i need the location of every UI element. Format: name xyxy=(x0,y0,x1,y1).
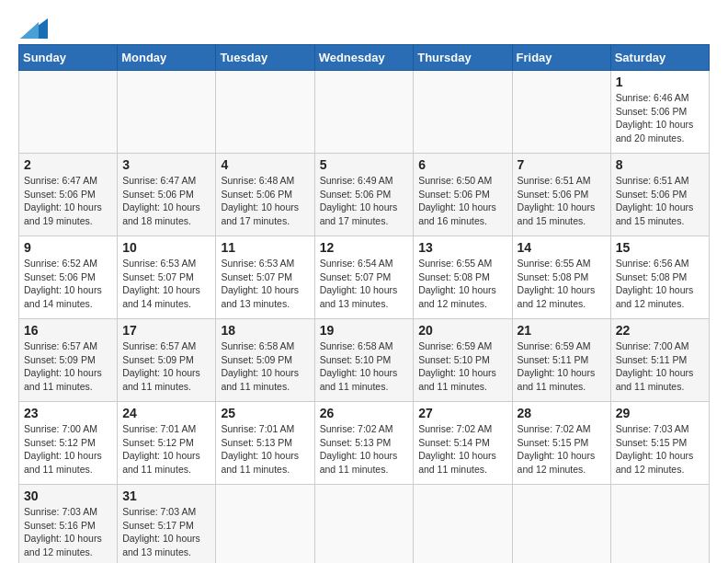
calendar-day-cell: 4Sunrise: 6:48 AM Sunset: 5:06 PM Daylig… xyxy=(216,154,314,236)
calendar-day-cell xyxy=(216,71,314,154)
day-number: 25 xyxy=(221,406,309,420)
day-info: Sunrise: 6:51 AM Sunset: 5:06 PM Dayligh… xyxy=(518,174,606,228)
day-info: Sunrise: 6:57 AM Sunset: 5:09 PM Dayligh… xyxy=(122,339,210,394)
day-number: 5 xyxy=(320,157,409,172)
calendar-day-cell: 12Sunrise: 6:54 AM Sunset: 5:07 PM Dayli… xyxy=(314,236,414,319)
calendar-day-cell: 15Sunrise: 6:56 AM Sunset: 5:08 PM Dayli… xyxy=(610,236,709,319)
day-info: Sunrise: 6:47 AM Sunset: 5:06 PM Dayligh… xyxy=(122,174,210,228)
calendar-day-cell: 25Sunrise: 7:01 AM Sunset: 5:13 PM Dayli… xyxy=(216,402,314,485)
day-number: 27 xyxy=(418,406,506,420)
calendar-day-cell: 18Sunrise: 6:58 AM Sunset: 5:09 PM Dayli… xyxy=(216,319,314,402)
day-info: Sunrise: 7:02 AM Sunset: 5:14 PM Dayligh… xyxy=(418,422,506,477)
day-of-week-header: Monday xyxy=(118,45,216,71)
calendar-table: SundayMondayTuesdayWednesdayThursdayFrid… xyxy=(18,44,710,563)
calendar-day-cell: 30Sunrise: 7:03 AM Sunset: 5:16 PM Dayli… xyxy=(19,485,118,564)
calendar-day-cell xyxy=(512,485,610,564)
calendar-day-cell: 5Sunrise: 6:49 AM Sunset: 5:06 PM Daylig… xyxy=(314,154,414,236)
day-info: Sunrise: 6:52 AM Sunset: 5:06 PM Dayligh… xyxy=(24,257,112,311)
day-number: 24 xyxy=(122,406,210,420)
day-number: 9 xyxy=(24,240,112,255)
calendar-day-cell: 23Sunrise: 7:00 AM Sunset: 5:12 PM Dayli… xyxy=(19,402,118,485)
calendar-day-cell: 2Sunrise: 6:47 AM Sunset: 5:06 PM Daylig… xyxy=(19,154,118,236)
calendar-week-row: 9Sunrise: 6:52 AM Sunset: 5:06 PM Daylig… xyxy=(19,236,710,319)
day-info: Sunrise: 6:51 AM Sunset: 5:06 PM Dayligh… xyxy=(616,174,704,228)
day-number: 12 xyxy=(320,240,409,255)
calendar-day-cell: 8Sunrise: 6:51 AM Sunset: 5:06 PM Daylig… xyxy=(610,154,709,236)
calendar-day-cell: 28Sunrise: 7:02 AM Sunset: 5:15 PM Dayli… xyxy=(512,402,610,485)
day-number: 14 xyxy=(518,240,606,255)
calendar-day-cell: 26Sunrise: 7:02 AM Sunset: 5:13 PM Dayli… xyxy=(314,402,414,485)
calendar-day-cell xyxy=(314,71,414,154)
calendar-day-cell: 22Sunrise: 7:00 AM Sunset: 5:11 PM Dayli… xyxy=(610,319,709,402)
day-number: 8 xyxy=(616,157,704,172)
day-number: 31 xyxy=(122,488,210,503)
calendar-day-cell: 7Sunrise: 6:51 AM Sunset: 5:06 PM Daylig… xyxy=(512,154,610,236)
day-number: 15 xyxy=(616,240,704,255)
calendar-day-cell xyxy=(118,71,216,154)
calendar-day-cell: 11Sunrise: 6:53 AM Sunset: 5:07 PM Dayli… xyxy=(216,236,314,319)
calendar-day-cell: 13Sunrise: 6:55 AM Sunset: 5:08 PM Dayli… xyxy=(414,236,512,319)
day-number: 21 xyxy=(518,323,606,338)
calendar-day-cell: 21Sunrise: 6:59 AM Sunset: 5:11 PM Dayli… xyxy=(512,319,610,402)
day-info: Sunrise: 7:02 AM Sunset: 5:13 PM Dayligh… xyxy=(320,422,409,477)
day-number: 30 xyxy=(24,488,112,503)
day-info: Sunrise: 6:59 AM Sunset: 5:10 PM Dayligh… xyxy=(418,339,506,394)
day-info: Sunrise: 7:01 AM Sunset: 5:12 PM Dayligh… xyxy=(122,422,210,477)
calendar-week-row: 16Sunrise: 6:57 AM Sunset: 5:09 PM Dayli… xyxy=(19,319,710,402)
calendar-day-cell: 10Sunrise: 6:53 AM Sunset: 5:07 PM Dayli… xyxy=(118,236,216,319)
day-number: 6 xyxy=(418,157,506,172)
calendar-day-cell xyxy=(414,485,512,564)
logo xyxy=(18,18,50,35)
calendar-day-cell xyxy=(314,485,414,564)
calendar-day-cell: 27Sunrise: 7:02 AM Sunset: 5:14 PM Dayli… xyxy=(414,402,512,485)
day-number: 16 xyxy=(24,323,112,338)
day-info: Sunrise: 6:57 AM Sunset: 5:09 PM Dayligh… xyxy=(24,339,112,394)
day-info: Sunrise: 6:48 AM Sunset: 5:06 PM Dayligh… xyxy=(221,174,309,228)
day-of-week-header: Wednesday xyxy=(314,45,414,71)
calendar-day-cell: 14Sunrise: 6:55 AM Sunset: 5:08 PM Dayli… xyxy=(512,236,610,319)
day-info: Sunrise: 6:50 AM Sunset: 5:06 PM Dayligh… xyxy=(418,174,506,228)
day-info: Sunrise: 6:47 AM Sunset: 5:06 PM Dayligh… xyxy=(24,174,112,228)
day-info: Sunrise: 7:01 AM Sunset: 5:13 PM Dayligh… xyxy=(221,422,309,477)
calendar-day-cell: 3Sunrise: 6:47 AM Sunset: 5:06 PM Daylig… xyxy=(118,154,216,236)
day-info: Sunrise: 7:00 AM Sunset: 5:12 PM Dayligh… xyxy=(24,422,112,477)
day-info: Sunrise: 6:58 AM Sunset: 5:09 PM Dayligh… xyxy=(221,339,309,394)
day-info: Sunrise: 6:53 AM Sunset: 5:07 PM Dayligh… xyxy=(122,257,210,311)
day-number: 4 xyxy=(221,157,309,172)
day-info: Sunrise: 6:55 AM Sunset: 5:08 PM Dayligh… xyxy=(518,257,606,311)
day-info: Sunrise: 7:02 AM Sunset: 5:15 PM Dayligh… xyxy=(518,422,606,477)
day-number: 22 xyxy=(616,323,704,338)
calendar-day-cell: 17Sunrise: 6:57 AM Sunset: 5:09 PM Dayli… xyxy=(118,319,216,402)
calendar-week-row: 30Sunrise: 7:03 AM Sunset: 5:16 PM Dayli… xyxy=(19,485,710,564)
day-number: 18 xyxy=(221,323,309,338)
day-info: Sunrise: 7:03 AM Sunset: 5:15 PM Dayligh… xyxy=(616,422,704,477)
day-of-week-header: Tuesday xyxy=(216,45,314,71)
day-of-week-header: Thursday xyxy=(414,45,512,71)
calendar-day-cell xyxy=(19,71,118,154)
day-number: 23 xyxy=(24,406,112,420)
calendar-day-cell xyxy=(610,485,709,564)
calendar-day-cell: 20Sunrise: 6:59 AM Sunset: 5:10 PM Dayli… xyxy=(414,319,512,402)
day-info: Sunrise: 6:55 AM Sunset: 5:08 PM Dayligh… xyxy=(418,257,506,311)
day-number: 28 xyxy=(518,406,606,420)
day-info: Sunrise: 6:49 AM Sunset: 5:06 PM Dayligh… xyxy=(320,174,409,228)
calendar-day-cell xyxy=(414,71,512,154)
calendar-day-cell: 9Sunrise: 6:52 AM Sunset: 5:06 PM Daylig… xyxy=(19,236,118,319)
calendar-day-cell xyxy=(512,71,610,154)
calendar-day-cell: 16Sunrise: 6:57 AM Sunset: 5:09 PM Dayli… xyxy=(19,319,118,402)
calendar-week-row: 23Sunrise: 7:00 AM Sunset: 5:12 PM Dayli… xyxy=(19,402,710,485)
day-info: Sunrise: 6:54 AM Sunset: 5:07 PM Dayligh… xyxy=(320,257,409,311)
day-number: 2 xyxy=(24,157,112,172)
day-number: 11 xyxy=(221,240,309,255)
calendar-day-cell: 6Sunrise: 6:50 AM Sunset: 5:06 PM Daylig… xyxy=(414,154,512,236)
day-info: Sunrise: 7:03 AM Sunset: 5:16 PM Dayligh… xyxy=(24,505,112,559)
day-number: 3 xyxy=(122,157,210,172)
day-info: Sunrise: 6:59 AM Sunset: 5:11 PM Dayligh… xyxy=(518,339,606,394)
day-info: Sunrise: 7:00 AM Sunset: 5:11 PM Dayligh… xyxy=(616,339,704,394)
day-number: 13 xyxy=(418,240,506,255)
day-info: Sunrise: 6:58 AM Sunset: 5:10 PM Dayligh… xyxy=(320,339,409,394)
day-info: Sunrise: 7:03 AM Sunset: 5:17 PM Dayligh… xyxy=(122,505,210,559)
calendar-day-cell: 19Sunrise: 6:58 AM Sunset: 5:10 PM Dayli… xyxy=(314,319,414,402)
calendar-week-row: 1Sunrise: 6:46 AM Sunset: 5:06 PM Daylig… xyxy=(19,71,710,154)
day-info: Sunrise: 6:53 AM Sunset: 5:07 PM Dayligh… xyxy=(221,257,309,311)
